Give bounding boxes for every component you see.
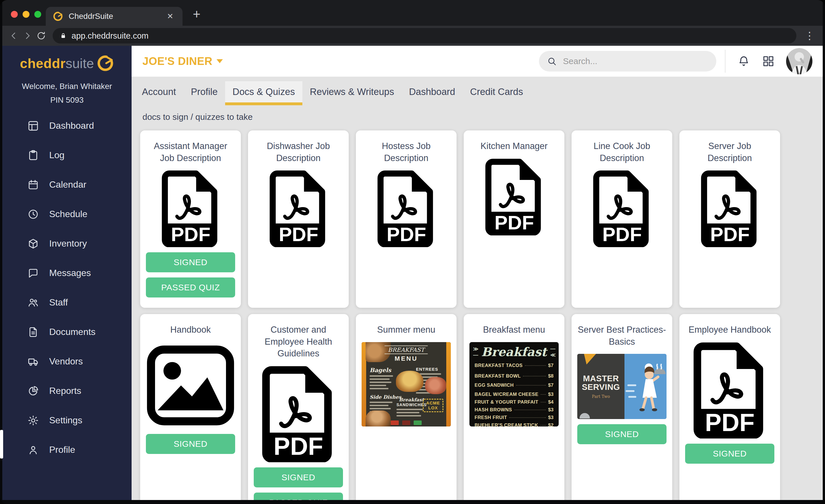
- signed-badge[interactable]: SIGNED: [685, 444, 774, 464]
- lock-icon: [60, 32, 67, 40]
- signed-badge[interactable]: SIGNED: [254, 467, 343, 487]
- header-divider: [725, 50, 726, 73]
- sidebar-item-inventory[interactable]: Inventory: [2, 229, 132, 258]
- doc-title: Dishwasher Job Description: [254, 140, 343, 164]
- sidebar-item-schedule[interactable]: Schedule: [2, 199, 132, 229]
- doc-card-line-cook-job-description[interactable]: Line Cook Job DescriptionPDF: [572, 130, 672, 308]
- notifications-button[interactable]: [735, 53, 752, 70]
- forward-icon: [22, 30, 32, 41]
- tab-credit-cards[interactable]: Credit Cards: [463, 81, 530, 102]
- forward-button[interactable]: [21, 29, 34, 43]
- cloche-graphic: [580, 413, 590, 419]
- sandwich-photo: [396, 371, 423, 392]
- doc-card-assistant-manager-job-description[interactable]: Assistant Manager Job DescriptionPDFSIGN…: [140, 130, 241, 308]
- location-selector[interactable]: JOE'S DINER: [142, 55, 223, 68]
- window-close-button[interactable]: [11, 11, 18, 18]
- brand-text-bold: cheddr: [20, 56, 66, 71]
- doc-card-handbook[interactable]: HandbookSIGNED: [140, 314, 241, 500]
- user-avatar[interactable]: [786, 48, 812, 74]
- doc-title: Kitchen Manager: [480, 140, 547, 152]
- doc-card-dishwasher-job-description[interactable]: Dishwasher Job DescriptionPDF: [248, 130, 349, 308]
- tab-profile[interactable]: Profile: [183, 81, 225, 102]
- signed-badge[interactable]: SIGNED: [146, 434, 235, 454]
- doc-title: Hostess Job Description: [362, 140, 451, 164]
- doc-card-server-job-description[interactable]: Server Job DescriptionPDF: [679, 130, 780, 308]
- menu-item-row: BREAKFAST TACOS$7: [474, 363, 553, 368]
- doc-card-summer-menu[interactable]: Summer menuBREAKFASTMENUBagelsENTREESSid…: [356, 314, 457, 500]
- doc-card-customer-and-employee-health-guidelines[interactable]: Customer and Employee Health GuidelinesP…: [248, 314, 349, 500]
- pdf-file-icon: PDF: [160, 170, 221, 247]
- reload-button[interactable]: [34, 29, 48, 43]
- apps-grid-button[interactable]: [760, 53, 777, 70]
- sidebar-item-log[interactable]: Log: [2, 140, 132, 170]
- doc-card-breakfast-menu[interactable]: Breakfast menu≫—Breakfast—≪BREAKFAST TAC…: [464, 314, 565, 500]
- address-bar[interactable]: app.cheddrsuite.com: [53, 28, 797, 44]
- sidebar-item-vendors[interactable]: Vendors: [2, 347, 132, 376]
- doc-card-kitchen-manager[interactable]: Kitchen ManagerPDF: [464, 130, 565, 308]
- sidebar-item-profile[interactable]: Profile: [2, 435, 132, 464]
- doc-card-hostess-job-description[interactable]: Hostess Job DescriptionPDF: [356, 130, 457, 308]
- pdf-file-icon: PDF: [376, 170, 437, 247]
- tab-close-icon[interactable]: ✕: [165, 12, 175, 21]
- pdf-file-icon: PDF: [691, 342, 768, 438]
- doc-title: Handbook: [170, 324, 211, 336]
- master-serving-thumbnail: MASTERSERVINGPart Two: [577, 354, 667, 419]
- main-content: JOE'S DINER AccountProfileDocs & QuizesR…: [132, 46, 823, 500]
- pdf-file-icon: PDF: [483, 158, 545, 235]
- svg-text:PDF: PDF: [279, 223, 318, 245]
- apps-icon: [762, 55, 775, 68]
- pastry-photo: [366, 411, 391, 427]
- profile-tabs: AccountProfileDocs & QuizesReviews & Wri…: [132, 77, 823, 105]
- signed-badge[interactable]: SIGNED: [577, 424, 667, 444]
- svg-text:PDF: PDF: [171, 223, 210, 245]
- sidebar-item-calendar[interactable]: Calendar: [2, 170, 132, 199]
- tab-account[interactable]: Account: [135, 81, 183, 102]
- browser-menu-icon[interactable]: ⋮: [801, 30, 818, 42]
- sidebar-item-label: Messages: [49, 268, 91, 278]
- sidebar-item-label: Reports: [49, 385, 81, 396]
- doc-title: Line Cook Job Description: [577, 140, 667, 164]
- browser-window: CheddrSuite ✕ + app.cheddrsuite.com ⋮ ch…: [0, 0, 825, 504]
- business-name: JOE'S DINER: [142, 55, 213, 68]
- cheddrsuite-favicon-icon: [53, 11, 63, 21]
- window-minimize-button[interactable]: [22, 11, 29, 18]
- sidebar-item-label: Profile: [49, 444, 75, 455]
- pdf-file-icon: PDF: [591, 170, 653, 247]
- sidebar-item-label: Settings: [49, 415, 82, 426]
- doc-card-server-best-practices-basics[interactable]: Server Best Practices- BasicsMASTERSERVI…: [572, 314, 672, 500]
- sidebar-item-label: Staff: [49, 297, 68, 308]
- passed-quiz-badge[interactable]: PASSED QUIZ: [146, 278, 235, 297]
- window-zoom-button[interactable]: [34, 11, 41, 18]
- sidebar-item-label: Schedule: [49, 209, 87, 219]
- dashboard-icon: [27, 120, 39, 132]
- tab-docs-quizes[interactable]: Docs & Quizes: [225, 81, 302, 102]
- messages-icon: [27, 268, 39, 279]
- sidebar-item-documents[interactable]: Documents: [2, 317, 132, 347]
- browser-tab[interactable]: CheddrSuite ✕: [46, 7, 182, 26]
- search-bar[interactable]: [539, 51, 716, 72]
- svg-text:PDF: PDF: [274, 432, 323, 460]
- reports-icon: [27, 385, 39, 397]
- sidebar-item-messages[interactable]: Messages: [2, 258, 132, 288]
- search-input[interactable]: [562, 56, 708, 66]
- lock-icon: [60, 32, 67, 40]
- doc-card-employee-handbook[interactable]: Employee HandbookPDFSIGNED: [679, 314, 780, 500]
- tab-dashboard[interactable]: Dashboard: [402, 81, 463, 102]
- doc-title: Summer menu: [377, 324, 435, 336]
- passed-quiz-badge[interactable]: PASSED QUIZ: [254, 493, 343, 500]
- doc-title: Assistant Manager Job Description: [146, 140, 235, 164]
- welcome-text: Welcome, Brian Whitaker: [2, 82, 132, 91]
- signed-badge[interactable]: SIGNED: [146, 252, 235, 272]
- sidebar: cheddrsuite Welcome, Brian Whitaker PIN …: [2, 46, 132, 500]
- sidebar-item-reports[interactable]: Reports: [2, 376, 132, 406]
- bell-icon: [738, 55, 750, 68]
- back-button[interactable]: [7, 29, 21, 43]
- svg-text:PDF: PDF: [705, 409, 754, 436]
- sidebar-item-settings[interactable]: Settings: [2, 406, 132, 435]
- search-icon: [547, 56, 557, 66]
- sidebar-item-dashboard[interactable]: Dashboard: [2, 111, 132, 140]
- svg-text:PDF: PDF: [602, 223, 642, 245]
- new-tab-button[interactable]: +: [193, 6, 201, 22]
- sidebar-item-staff[interactable]: Staff: [2, 288, 132, 317]
- tab-reviews-writeups[interactable]: Reviews & Writeups: [302, 81, 402, 102]
